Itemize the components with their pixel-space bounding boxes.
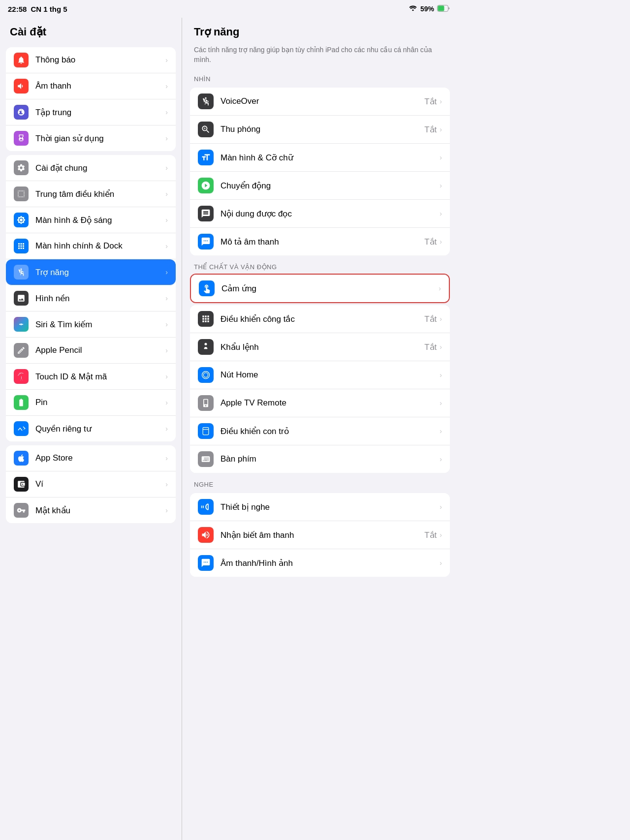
settings-group-3: App Store › Ví › Mật khẩu › xyxy=(6,445,176,523)
content-group-nhin: VoiceOver Tắt › Thu phóng Tắt › Màn hình… xyxy=(190,88,450,255)
hinh-nen-icon xyxy=(14,291,29,306)
content-item-ban-phim[interactable]: Bàn phím › xyxy=(190,445,450,473)
content-item-cam-ung[interactable]: Cảm ứng › xyxy=(191,275,449,302)
apple-pencil-label: Apple Pencil xyxy=(35,345,165,355)
mo-ta-am-thanh-value: Tắt xyxy=(424,237,437,247)
chevron-icon: › xyxy=(165,320,168,328)
app-store-label: App Store xyxy=(35,453,165,463)
sidebar-item-touch-id[interactable]: Touch ID & Mật mã › xyxy=(6,364,176,390)
noi-dung-doc-label: Nội dung được đọc xyxy=(220,209,437,219)
content-item-voiceover[interactable]: VoiceOver Tắt › xyxy=(190,88,450,116)
svg-point-4 xyxy=(20,323,22,325)
battery-text: 59% xyxy=(420,5,434,13)
touch-id-label: Touch ID & Mật mã xyxy=(35,372,165,382)
nhan-biet-am-thanh-label: Nhận biết âm thanh xyxy=(220,530,424,540)
sidebar-item-tro-nang[interactable]: Trợ năng › xyxy=(6,259,176,285)
content-group-nghe: Thiết bị nghe › Nhận biết âm thanh Tắt ›… xyxy=(190,493,450,577)
khau-lenh-value: Tắt xyxy=(424,342,437,352)
cam-ung-label: Cảm ứng xyxy=(221,283,436,294)
sidebar-item-trung-tam[interactable]: Trung tâm điều khiển › xyxy=(6,181,176,207)
sidebar-item-vi[interactable]: Ví › xyxy=(6,471,176,498)
sidebar-item-app-store[interactable]: App Store › xyxy=(6,445,176,471)
chevron-icon: › xyxy=(165,190,168,198)
thoi-gian-icon xyxy=(14,131,29,146)
content-item-thu-phong[interactable]: Thu phóng Tắt › xyxy=(190,116,450,144)
chevron-icon: › xyxy=(165,268,168,276)
svg-point-8 xyxy=(202,372,210,379)
content-item-nhan-biet-am-thanh[interactable]: Nhận biết âm thanh Tắt › xyxy=(190,521,450,549)
sidebar-item-cai-dat-chung[interactable]: Cài đặt chung › xyxy=(6,155,176,181)
svg-point-5 xyxy=(22,324,23,325)
man-hinh-chinh-label: Màn hình chính & Dock xyxy=(35,241,165,251)
svg-point-9 xyxy=(203,373,208,377)
chevron-icon: › xyxy=(165,164,168,172)
touch-id-icon xyxy=(14,369,29,384)
tro-nang-label: Trợ năng xyxy=(35,267,165,278)
sidebar-item-tap-trung[interactable]: Tập trung › xyxy=(6,99,176,125)
tro-nang-icon xyxy=(14,265,29,280)
thiet-bi-nghe-label: Thiết bị nghe xyxy=(220,502,437,512)
trung-tam-icon xyxy=(14,187,29,201)
nut-home-icon xyxy=(198,367,214,383)
svg-point-3 xyxy=(19,324,20,325)
mo-ta-am-thanh-label: Mô tả âm thanh xyxy=(220,237,424,247)
am-thanh-hinh-anh-icon xyxy=(198,555,214,571)
sidebar-item-siri[interactable]: Siri & Tìm kiếm › xyxy=(6,311,176,338)
sidebar-item-thoi-gian[interactable]: Thời gian sử dụng › xyxy=(6,125,176,151)
quyen-rieng-icon xyxy=(14,421,29,436)
dieu-khien-cong-tac-icon xyxy=(198,311,214,327)
content-item-noi-dung-doc[interactable]: Nội dung được đọc › xyxy=(190,200,450,228)
khau-lenh-icon xyxy=(198,339,214,355)
wifi-icon xyxy=(409,5,417,13)
sidebar-item-thong-bao[interactable]: Thông báo › xyxy=(6,47,176,73)
thu-phong-value: Tắt xyxy=(424,124,437,135)
noi-dung-doc-icon xyxy=(198,206,214,221)
chevron-icon: › xyxy=(165,216,168,224)
ban-phim-icon xyxy=(198,451,214,467)
section-label-nhin: NHÌN xyxy=(182,71,458,86)
sidebar-item-apple-pencil[interactable]: Apple Pencil › xyxy=(6,338,176,364)
chuyen-dong-icon xyxy=(198,178,214,193)
siri-label: Siri & Tìm kiếm xyxy=(35,319,165,330)
chevron-icon: › xyxy=(165,506,168,514)
chevron-icon: › xyxy=(165,56,168,64)
chevron-icon: › xyxy=(440,210,442,218)
sidebar-item-mat-khau[interactable]: Mật khẩu › xyxy=(6,498,176,523)
sidebar: Cài đặt Thông báo › Âm thanh › xyxy=(0,18,182,840)
tap-trung-icon xyxy=(14,105,29,120)
voiceover-label: VoiceOver xyxy=(220,96,424,106)
sidebar-item-pin[interactable]: Pin › xyxy=(6,390,176,416)
sidebar-item-man-hinh-do-sang[interactable]: Màn hình & Độ sáng › xyxy=(6,207,176,233)
content-item-chuyen-dong[interactable]: Chuyển động › xyxy=(190,172,450,200)
status-icons: 59% xyxy=(409,5,450,13)
content-item-dieu-khien-cong-tac[interactable]: Điều khiển công tắc Tắt › xyxy=(190,305,450,333)
content-item-am-thanh-hinh-anh[interactable]: Âm thanh/Hình ảnh › xyxy=(190,549,450,577)
chevron-icon: › xyxy=(440,315,442,323)
man-hinh-do-sang-label: Màn hình & Độ sáng xyxy=(35,215,165,225)
chevron-icon: › xyxy=(165,108,168,116)
content-item-apple-tv-remote[interactable]: Apple TV Remote › xyxy=(190,389,450,417)
man-hinh-chinh-icon xyxy=(14,239,29,253)
chevron-icon: › xyxy=(165,480,168,488)
sidebar-item-hinh-nen[interactable]: Hình nền › xyxy=(6,285,176,311)
sidebar-item-am-thanh[interactable]: Âm thanh › xyxy=(6,73,176,99)
chevron-icon: › xyxy=(440,455,442,463)
svg-rect-1 xyxy=(438,5,444,11)
chevron-icon: › xyxy=(165,346,168,354)
am-thanh-label: Âm thanh xyxy=(35,81,165,91)
content-item-mo-ta-am-thanh[interactable]: Mô tả âm thanh Tắt › xyxy=(190,228,450,255)
content-item-khau-lenh[interactable]: Khẩu lệnh Tắt › xyxy=(190,333,450,361)
content-item-thiet-bi-nghe[interactable]: Thiết bị nghe › xyxy=(190,493,450,521)
content-item-man-hinh-co-chu[interactable]: Màn hình & Cỡ chữ › xyxy=(190,144,450,172)
svg-rect-10 xyxy=(203,428,209,435)
content-item-nut-home[interactable]: Nút Home › xyxy=(190,361,450,389)
main-container: Cài đặt Thông báo › Âm thanh › xyxy=(0,18,458,840)
man-hinh-do-sang-icon xyxy=(14,213,29,227)
cai-dat-chung-icon xyxy=(14,160,29,175)
quyen-rieng-label: Quyền riêng tư xyxy=(35,424,165,434)
content-item-dieu-khien-con-tro[interactable]: Điều khiển con trỏ › xyxy=(190,417,450,445)
sidebar-item-quyen-rieng[interactable]: Quyền riêng tư › xyxy=(6,416,176,441)
chevron-icon: › xyxy=(440,531,442,539)
sidebar-item-man-hinh-chinh[interactable]: Màn hình chính & Dock › xyxy=(6,233,176,259)
chevron-icon: › xyxy=(439,284,441,292)
